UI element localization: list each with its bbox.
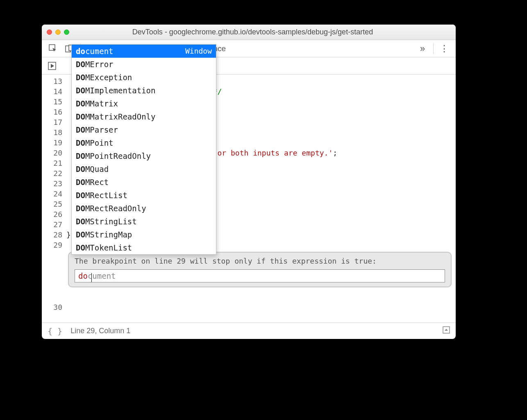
line-number[interactable]: 22 [42, 168, 62, 178]
autocomplete-item[interactable]: DOMTokenList [72, 241, 216, 254]
line-number[interactable]: 19 [42, 138, 62, 148]
line-number[interactable]: 15 [42, 97, 62, 107]
line-number[interactable]: 28 [42, 230, 62, 240]
conditional-breakpoint-dialog: The breakpoint on line 29 will stop only… [68, 252, 452, 287]
cursor-position: Line 29, Column 1 [70, 327, 130, 335]
line-number[interactable]: 14 [42, 86, 62, 97]
autocomplete-item[interactable]: DOMMatrixReadOnly [72, 110, 216, 123]
autocomplete-item[interactable]: DOMPointReadOnly [72, 149, 216, 163]
titlebar: DevTools - googlechrome.github.io/devtoo… [42, 25, 456, 40]
autocomplete-item[interactable]: DOMRectList [72, 189, 216, 202]
line-number[interactable]: 27 [42, 219, 62, 230]
resume-script-icon[interactable] [47, 61, 57, 71]
breakpoint-expression-input[interactable]: document [75, 269, 445, 282]
autocomplete-item[interactable]: DOMMatrix [72, 97, 216, 110]
line-number[interactable]: 25 [42, 199, 62, 209]
input-typed-text: do [78, 271, 88, 280]
line-number[interactable]: 17 [42, 117, 62, 127]
statusbar: { } Line 29, Column 1 [42, 323, 456, 339]
autocomplete-item[interactable]: DOMImplementation [72, 84, 216, 97]
line-gutter[interactable]: 13 14 15 16 17 18 19 20 21 22 23 24 25 2… [42, 75, 66, 323]
line-number[interactable]: 30 [42, 302, 62, 312]
autocomplete-item[interactable]: DOMStringList [72, 215, 216, 228]
line-number[interactable]: 23 [42, 178, 62, 189]
line-number[interactable]: 24 [42, 189, 62, 199]
autocomplete-item[interactable]: DOMException [72, 71, 216, 84]
tab-separator [433, 43, 434, 54]
autocomplete-item[interactable]: DOMRectReadOnly [72, 202, 216, 215]
autocomplete-hint: Window [185, 45, 212, 57]
collapse-drawer-icon[interactable] [443, 326, 450, 336]
inspect-element-icon[interactable] [48, 43, 59, 54]
devtools-window: DevTools - googlechrome.github.io/devtoo… [42, 25, 456, 339]
autocomplete-item[interactable]: DOMParser [72, 123, 216, 136]
window-title: DevTools - googlechrome.github.io/devtoo… [55, 28, 451, 36]
close-window-button[interactable] [47, 29, 52, 35]
breakpoint-prompt: The breakpoint on line 29 will stop only… [75, 257, 445, 265]
autocomplete-item[interactable]: DOMQuad [72, 163, 216, 176]
autocomplete-item[interactable]: DOMRect [72, 176, 216, 189]
input-ghost-text: cument [88, 271, 116, 280]
line-number[interactable]: 20 [42, 148, 62, 158]
text-cursor [91, 273, 92, 282]
autocomplete-item[interactable]: DOMPoint [72, 136, 216, 149]
autocomplete-item[interactable]: DOMError [72, 58, 216, 71]
line-number[interactable]: 26 [42, 209, 62, 219]
tabs-overflow: » ⋮ [414, 43, 452, 54]
line-number[interactable]: 13 [42, 76, 62, 86]
autocomplete-popup[interactable]: documentWindowDOMErrorDOMExceptionDOMImp… [71, 44, 216, 255]
autocomplete-item[interactable]: documentWindow [72, 45, 216, 58]
line-number[interactable]: 21 [42, 158, 62, 168]
line-number[interactable]: 18 [42, 127, 62, 138]
pretty-print-icon[interactable]: { } [48, 326, 62, 336]
line-number[interactable]: 29 [42, 240, 62, 250]
line-number[interactable]: 16 [42, 107, 62, 117]
autocomplete-item[interactable]: DOMStringMap [72, 228, 216, 241]
more-tabs-icon[interactable]: » [417, 43, 428, 54]
kebab-menu-icon[interactable]: ⋮ [438, 43, 450, 54]
